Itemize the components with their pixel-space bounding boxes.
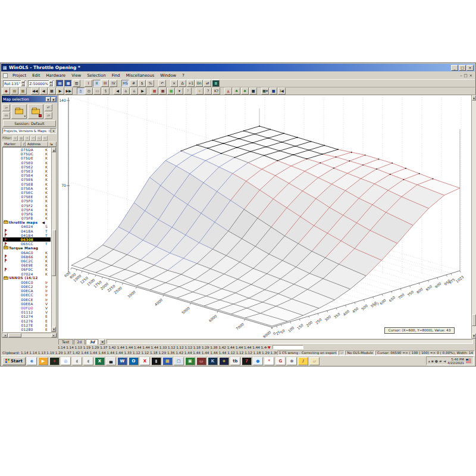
map-row[interactable]: 075E6K	[3, 177, 51, 181]
map-row[interactable]: 01280E	[3, 327, 51, 331]
op-delta-button[interactable]: Δ	[178, 80, 186, 87]
filter-text-button[interactable]: ≡	[12, 136, 18, 141]
maps-scope-dropdown[interactable]: Projects, Versions & Maps: (Ctr ▾	[2, 128, 57, 134]
map-row[interactable]: 075DAK	[3, 148, 51, 152]
chart-scroll-up-icon[interactable]: ▲	[472, 95, 476, 101]
menu-window[interactable]: Window	[157, 73, 179, 79]
menu-miscellaneous[interactable]: Miscellaneous	[123, 73, 158, 79]
filter-key-button[interactable]: K	[42, 136, 48, 141]
menu-find[interactable]: Find	[109, 73, 123, 79]
map-selection-titlebar[interactable]: Map selection ▪ ▪	[2, 96, 57, 102]
width-16bit-button[interactable]: II	[93, 80, 101, 87]
taskbar-icon-color-wheel[interactable]: *	[264, 357, 274, 365]
taskbar-icon-wrench[interactable]: /	[298, 357, 308, 365]
panel-pin-button[interactable]: ▪	[46, 97, 51, 102]
context-help-button[interactable]: K?	[212, 87, 220, 95]
map-row[interactable]: 075E2K	[3, 165, 51, 169]
menu-edit[interactable]: Edit	[29, 73, 43, 79]
map-group-row[interactable]: throttle maps◀	[3, 220, 51, 224]
map-red-button[interactable]: ▦	[151, 87, 158, 95]
help-tool-button[interactable]: ?	[184, 87, 192, 95]
close-button[interactable]: ×	[466, 65, 474, 71]
op-multiply-button[interactable]: ×	[170, 80, 178, 87]
map-row[interactable]: 075E3K	[3, 169, 51, 173]
open-project-button[interactable]: ▤	[11, 87, 18, 95]
taskbar-icon-capture-2[interactable]: ◖	[83, 357, 93, 365]
nav-forward-button[interactable]: ▶	[139, 87, 146, 95]
screen-view-button[interactable]: ▭	[93, 87, 101, 95]
tray-icon-1[interactable]: ▪	[431, 359, 434, 363]
map-row[interactable]: 075F8K	[3, 216, 51, 220]
filter-and-button[interactable]: &	[36, 136, 42, 141]
map-row[interactable]: 00EC2Ir	[3, 284, 51, 289]
scroll-up-icon[interactable]: ▲	[52, 148, 56, 152]
taskbar-icon-close-doc[interactable]: X	[140, 357, 150, 365]
map-green-button[interactable]: ▦	[167, 87, 175, 95]
map-row[interactable]: 075F2K	[3, 203, 51, 207]
nav-back-button[interactable]: ◀	[114, 87, 121, 95]
taskbar-icon-tunerbox[interactable]: tb	[230, 357, 240, 365]
map-row[interactable]: 075E4K	[3, 173, 51, 177]
map-row[interactable]: 06F0CK	[3, 267, 51, 271]
view-3d-button[interactable]: ▦	[64, 80, 72, 87]
scroll-left-icon[interactable]: ◄	[2, 333, 8, 337]
taskbar-icon-video-tool[interactable]: +	[49, 357, 60, 365]
hscroll-thumb[interactable]	[8, 333, 21, 337]
column-header-1[interactable]: /	[21, 142, 26, 147]
column-header-3[interactable]: I▴	[48, 142, 57, 147]
chart-scroll-down-icon[interactable]: ▼	[472, 333, 476, 339]
map-row[interactable]: 041B4T	[3, 233, 51, 237]
checksum-status-button[interactable]: ◆	[2, 87, 10, 95]
maximize-button[interactable]: □	[459, 65, 466, 71]
menu-hardware[interactable]: Hardware	[43, 73, 68, 79]
zoom-tool-button[interactable]: ◎	[85, 87, 93, 95]
map-row[interactable]: 00EC0Ir	[3, 280, 51, 284]
menu-selection[interactable]: Selection	[84, 73, 108, 79]
throttle-map-surface-chart[interactable]: 1407060080010001250150017502000225025003…	[58, 95, 471, 339]
title-bar[interactable]: WinOLS - Throttle Opening * _□×	[1, 64, 475, 71]
taskbar-icon-capture-1[interactable]: ◖	[72, 357, 82, 365]
map-list-hscrollbar[interactable]: ◄ ►	[2, 333, 57, 338]
menu-project[interactable]: Project	[10, 73, 29, 79]
tab-text[interactable]: Text	[58, 339, 73, 345]
map-row[interactable]: 075E8K	[3, 182, 51, 186]
taskbar-icon-chip-programmer[interactable]: ▭	[196, 357, 206, 365]
tree-view-1-button[interactable]: ♠	[233, 87, 240, 95]
map-row[interactable]: 075EAK	[3, 186, 51, 190]
tray-icon-4[interactable]: ◄	[443, 359, 446, 363]
filter-alpha-button[interactable]: A	[24, 136, 30, 141]
map-row[interactable]: 00ECCIr	[3, 293, 51, 297]
project-grid-button[interactable]: ▦	[19, 87, 27, 95]
map-group-row[interactable]: VANOS (16/12	[3, 276, 51, 280]
map-3d-view[interactable]: 1407060080010001250150017502000225025003…	[58, 95, 471, 339]
taskbar-icon-internet-explorer[interactable]: e	[27, 357, 37, 365]
map-row[interactable]: 00FD0V	[3, 306, 51, 310]
tray-icon-3[interactable]: ▰	[439, 359, 442, 363]
taskbar-icon-g-diag[interactable]: G	[275, 357, 286, 365]
map-row[interactable]: 07024K	[3, 271, 51, 275]
taskbar-icon-media-player[interactable]: ▶	[38, 357, 48, 365]
home-alt-button[interactable]: ⌂	[130, 87, 138, 95]
undo-button[interactable]: ↶	[158, 80, 166, 87]
tab-scroll-left-icon[interactable]: ◀	[99, 339, 105, 345]
map-row[interactable]: 065CCT	[3, 242, 51, 246]
width-24bit-button[interactable]: III	[101, 80, 109, 87]
chart-scroll-thumb[interactable]	[472, 314, 476, 326]
rotation-field[interactable]: Rot:135° ▴▾	[3, 80, 26, 87]
values-hex-button[interactable]: $	[138, 80, 146, 87]
chart-vscrollbar[interactable]: ▲ ▼	[471, 95, 476, 339]
help-question-button[interactable]: ?	[204, 87, 212, 95]
map-row[interactable]: 06E9EK	[3, 263, 51, 267]
taskbar-icon-word[interactable]: W	[117, 357, 127, 365]
grid-dropdown-button[interactable]: ▦▾	[261, 87, 269, 95]
column-header-0[interactable]: Marker	[2, 142, 21, 147]
start-button[interactable]: Start	[2, 357, 26, 365]
next-map-button[interactable]: ▶	[57, 87, 64, 95]
map-row[interactable]: 06AC0K	[3, 250, 51, 255]
hilo-byteorder-button[interactable]: HS	[121, 80, 129, 87]
values-percent-button[interactable]: %	[146, 80, 154, 87]
new-version-button[interactable]: ▱	[2, 104, 10, 111]
taskbar-icon-browser-round[interactable]: ●	[253, 357, 263, 365]
map-list-scrollbar[interactable]: ▲ ▼	[51, 147, 57, 332]
map-row[interactable]: 075E0K	[3, 161, 51, 165]
